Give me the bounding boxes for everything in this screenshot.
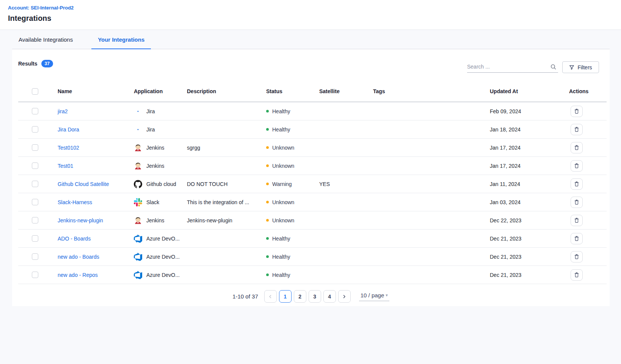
description-cell: This is the integration of ... — [187, 199, 261, 205]
row-checkbox[interactable] — [32, 199, 38, 205]
delete-integration-button[interactable] — [571, 142, 583, 153]
row-checkbox[interactable] — [32, 144, 38, 151]
delete-integration-button[interactable] — [571, 160, 583, 172]
row-checkbox[interactable] — [32, 162, 38, 169]
table-row: Github Cloud Satellite Github cloud DO N… — [18, 175, 607, 193]
integration-name-link[interactable]: new ado - Boards — [58, 254, 134, 260]
description-cell: Jenkins-new-plugin — [187, 217, 261, 223]
results-count-badge: 37 — [41, 60, 53, 67]
row-checkbox[interactable] — [32, 108, 38, 114]
updated-at-cell: Dec 22, 2023 — [490, 217, 569, 223]
trash-icon — [574, 108, 579, 114]
table-row: Jira Dora Jira Healthy — [18, 120, 607, 139]
azure-icon — [134, 234, 142, 243]
integration-name-link[interactable]: jira2 — [58, 108, 134, 114]
updated-at-cell: Jan 17, 2024 — [490, 163, 569, 169]
column-header-tags: Tags — [373, 88, 490, 94]
application-label: Jenkins — [146, 217, 164, 223]
column-header-description: Description — [187, 88, 266, 94]
application-cell: Azure DevO... — [134, 253, 187, 261]
jenkins-icon — [134, 144, 142, 152]
content-panel: Results 37 Filters Name Application Desc… — [12, 49, 610, 306]
integration-name-link[interactable]: Slack-Harness — [58, 199, 134, 205]
updated-at-cell: Dec 21, 2023 — [490, 236, 569, 242]
pagination-page-4[interactable]: 4 — [323, 290, 336, 303]
application-cell: Github cloud — [134, 180, 187, 188]
status-dot — [266, 128, 269, 131]
trash-icon — [574, 272, 579, 278]
description-cell: DO NOT TOUCH — [187, 181, 261, 187]
status-label: Unknown — [272, 145, 294, 151]
integration-name-link[interactable]: Jira Dora — [58, 127, 134, 133]
delete-integration-button[interactable] — [571, 178, 583, 190]
application-label: Slack — [146, 199, 159, 205]
integration-name-link[interactable]: ADO - Boards — [58, 236, 134, 242]
column-header-updated-at: Updated At — [490, 88, 569, 94]
table-body: jira2 Jira Healthy Feb — [18, 102, 607, 284]
jira-icon — [134, 125, 142, 134]
application-label: Azure DevO... — [146, 254, 180, 260]
table-row: ADO - Boards Azure DevO... Healthy Dec 2… — [18, 230, 607, 248]
row-checkbox[interactable] — [32, 181, 38, 187]
integration-name-link[interactable]: Test0102 — [58, 145, 134, 151]
trash-icon — [574, 217, 579, 223]
page-header: Account: SEI-Internal-Prod2 Integrations — [0, 0, 621, 30]
row-checkbox[interactable] — [32, 217, 38, 223]
tab-available-integrations[interactable]: Available Integrations — [12, 30, 79, 49]
delete-integration-button[interactable] — [571, 124, 583, 135]
chevron-left-icon — [268, 294, 273, 299]
integrations-table: Name Application Description Status Sate… — [18, 81, 607, 284]
page-size-select[interactable]: 10 / page ▾ — [359, 292, 389, 301]
status-dot — [266, 164, 269, 167]
delete-integration-button[interactable] — [571, 106, 583, 117]
chevron-right-icon — [342, 294, 347, 299]
delete-integration-button[interactable] — [571, 251, 583, 262]
delete-integration-button[interactable] — [571, 197, 583, 208]
pagination-page-3[interactable]: 3 — [309, 290, 321, 303]
status-cell: Healthy — [266, 108, 319, 114]
status-cell: Warning — [266, 181, 319, 187]
row-checkbox[interactable] — [32, 235, 38, 242]
pagination-next-button[interactable] — [338, 290, 351, 303]
pagination-prev-button[interactable] — [264, 290, 277, 303]
search-input[interactable] — [467, 64, 550, 70]
status-dot — [266, 201, 269, 203]
delete-integration-button[interactable] — [571, 233, 583, 244]
row-checkbox[interactable] — [32, 272, 38, 278]
status-cell: Healthy — [266, 236, 319, 242]
pagination-page-1[interactable]: 1 — [279, 290, 292, 303]
status-label: Healthy — [272, 272, 290, 278]
integration-name-link[interactable]: Jenkins-new-plugin — [58, 217, 134, 223]
results-label: Results — [18, 61, 38, 67]
select-all-checkbox[interactable] — [32, 88, 38, 95]
column-header-application: Application — [134, 88, 187, 94]
integration-name-link[interactable]: Test01 — [58, 163, 134, 169]
integration-name-link[interactable]: Github Cloud Satellite — [58, 181, 134, 187]
row-checkbox[interactable] — [32, 253, 38, 260]
application-label: Github cloud — [146, 181, 176, 187]
status-cell: Unknown — [266, 163, 319, 169]
pagination-page-2[interactable]: 2 — [294, 290, 306, 303]
chevron-down-icon: ▾ — [386, 293, 388, 298]
application-label: Azure DevO... — [146, 236, 180, 242]
account-link[interactable]: Account: SEI-Internal-Prod2 — [8, 5, 621, 11]
application-cell: Jira — [134, 107, 187, 116]
tab-your-integrations[interactable]: Your Integrations — [91, 30, 151, 49]
integration-name-link[interactable]: new ado - Repos — [58, 272, 134, 278]
satellite-cell: YES — [319, 181, 373, 187]
application-cell: Azure DevO... — [134, 234, 187, 243]
application-cell: Jenkins — [134, 144, 187, 152]
jenkins-icon — [134, 162, 142, 170]
status-label: Healthy — [272, 254, 290, 260]
table-row: Jenkins-new-plugin Jenkins Jenkins-new-p… — [18, 211, 607, 230]
application-label: Jenkins — [146, 145, 164, 151]
delete-integration-button[interactable] — [571, 269, 583, 281]
trash-icon — [574, 163, 579, 169]
column-header-status: Status — [266, 88, 319, 94]
search-field[interactable] — [467, 61, 558, 73]
row-checkbox[interactable] — [32, 126, 38, 133]
delete-integration-button[interactable] — [571, 215, 583, 226]
filters-button[interactable]: Filters — [562, 61, 599, 73]
application-cell: Jenkins — [134, 162, 187, 170]
application-label: Jira — [146, 108, 155, 114]
